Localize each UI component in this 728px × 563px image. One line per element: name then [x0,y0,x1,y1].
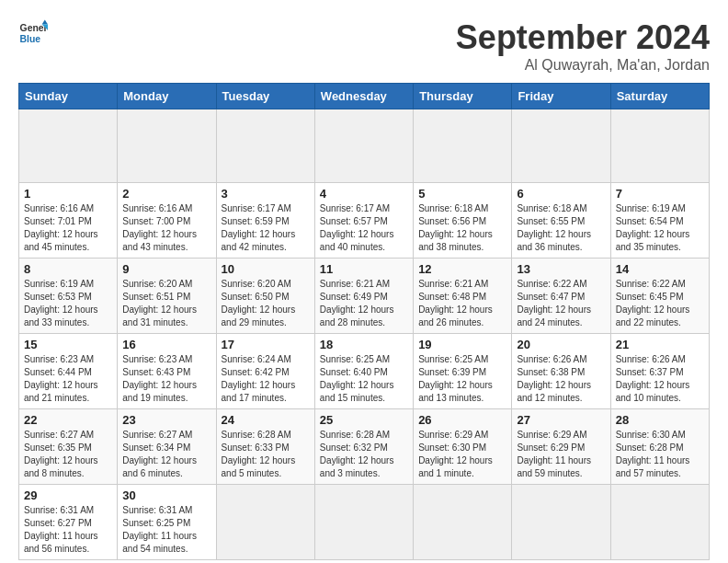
day-number: 28 [616,413,704,427]
day-number: 22 [24,413,112,427]
day-info: Sunrise: 6:27 AM Sunset: 6:34 PM Dayligh… [122,429,210,480]
month-title: September 2024 [456,18,710,57]
day-info: Sunrise: 6:21 AM Sunset: 6:49 PM Dayligh… [320,278,408,329]
calendar-cell [216,485,314,560]
week-row-3: 15Sunrise: 6:23 AM Sunset: 6:44 PM Dayli… [19,334,710,409]
calendar-cell [118,109,216,183]
day-number: 20 [517,338,605,351]
day-info: Sunrise: 6:27 AM Sunset: 6:35 PM Dayligh… [24,429,112,480]
day-info: Sunrise: 6:22 AM Sunset: 6:47 PM Dayligh… [517,278,605,329]
svg-text:Blue: Blue [20,34,41,44]
calendar-cell: 2Sunrise: 6:16 AM Sunset: 7:00 PM Daylig… [118,183,216,259]
day-info: Sunrise: 6:20 AM Sunset: 6:51 PM Dayligh… [122,278,210,329]
day-number: 14 [616,262,704,276]
calendar-cell: 8Sunrise: 6:19 AM Sunset: 6:53 PM Daylig… [19,259,118,334]
week-row-1: 1Sunrise: 6:16 AM Sunset: 7:01 PM Daylig… [19,183,710,259]
day-info: Sunrise: 6:17 AM Sunset: 6:57 PM Dayligh… [320,202,408,254]
day-number: 19 [418,338,506,351]
day-number: 15 [24,338,112,351]
calendar-cell: 4Sunrise: 6:17 AM Sunset: 6:57 PM Daylig… [314,183,413,259]
calendar-cell: 25Sunrise: 6:28 AM Sunset: 6:32 PM Dayli… [314,409,413,485]
day-number: 12 [418,262,506,276]
day-number: 9 [122,262,210,276]
day-number: 24 [222,413,310,427]
svg-marker-2 [42,20,48,25]
calendar-cell [216,109,314,183]
day-info: Sunrise: 6:19 AM Sunset: 6:54 PM Dayligh… [616,202,704,254]
calendar-cell: 17Sunrise: 6:24 AM Sunset: 6:42 PM Dayli… [216,334,314,409]
calendar-cell: 23Sunrise: 6:27 AM Sunset: 6:34 PM Dayli… [118,409,216,485]
logo: General Blue [18,18,48,48]
day-number: 21 [616,338,704,351]
day-info: Sunrise: 6:23 AM Sunset: 6:44 PM Dayligh… [24,353,112,405]
calendar-cell: 3Sunrise: 6:17 AM Sunset: 6:59 PM Daylig… [216,183,314,259]
day-header-sunday: Sunday [19,84,118,109]
calendar-cell [19,109,118,183]
day-number: 25 [320,413,408,427]
calendar-cell [314,485,413,560]
day-info: Sunrise: 6:22 AM Sunset: 6:45 PM Dayligh… [616,278,704,329]
day-number: 29 [24,488,112,502]
calendar-cell [512,109,610,183]
calendar-cell [414,485,512,560]
day-number: 4 [320,187,408,201]
day-info: Sunrise: 6:16 AM Sunset: 7:00 PM Dayligh… [122,202,210,254]
calendar-cell: 15Sunrise: 6:23 AM Sunset: 6:44 PM Dayli… [19,334,118,409]
calendar-cell: 29Sunrise: 6:31 AM Sunset: 6:27 PM Dayli… [19,485,118,560]
day-info: Sunrise: 6:18 AM Sunset: 6:55 PM Dayligh… [517,202,605,254]
day-number: 8 [24,262,112,276]
week-row-0 [19,109,710,183]
day-number: 23 [122,413,210,427]
day-number: 18 [320,338,408,351]
day-number: 1 [24,187,112,201]
calendar-cell [414,109,512,183]
calendar-cell [610,485,709,560]
day-header-monday: Monday [118,84,216,109]
calendar-cell: 6Sunrise: 6:18 AM Sunset: 6:55 PM Daylig… [512,183,610,259]
header-row: SundayMondayTuesdayWednesdayThursdayFrid… [19,84,710,109]
day-number: 10 [222,262,310,276]
day-info: Sunrise: 6:30 AM Sunset: 6:28 PM Dayligh… [616,429,704,480]
day-number: 13 [517,262,605,276]
calendar-cell: 18Sunrise: 6:25 AM Sunset: 6:40 PM Dayli… [314,334,413,409]
location: Al Quwayrah, Ma'an, Jordan [456,57,710,74]
calendar-cell: 9Sunrise: 6:20 AM Sunset: 6:51 PM Daylig… [118,259,216,334]
day-number: 30 [122,488,210,502]
day-info: Sunrise: 6:28 AM Sunset: 6:32 PM Dayligh… [320,429,408,480]
week-row-4: 22Sunrise: 6:27 AM Sunset: 6:35 PM Dayli… [19,409,710,485]
day-info: Sunrise: 6:23 AM Sunset: 6:43 PM Dayligh… [122,353,210,405]
day-number: 11 [320,262,408,276]
week-row-2: 8Sunrise: 6:19 AM Sunset: 6:53 PM Daylig… [19,259,710,334]
day-info: Sunrise: 6:25 AM Sunset: 6:40 PM Dayligh… [320,353,408,405]
day-header-tuesday: Tuesday [216,84,314,109]
day-info: Sunrise: 6:26 AM Sunset: 6:37 PM Dayligh… [616,353,704,405]
calendar-cell: 5Sunrise: 6:18 AM Sunset: 6:56 PM Daylig… [414,183,512,259]
day-number: 27 [517,413,605,427]
day-number: 2 [122,187,210,201]
day-header-saturday: Saturday [610,84,709,109]
calendar-cell: 26Sunrise: 6:29 AM Sunset: 6:30 PM Dayli… [414,409,512,485]
calendar-cell: 7Sunrise: 6:19 AM Sunset: 6:54 PM Daylig… [610,183,709,259]
calendar-cell: 10Sunrise: 6:20 AM Sunset: 6:50 PM Dayli… [216,259,314,334]
calendar-cell [314,109,413,183]
day-info: Sunrise: 6:28 AM Sunset: 6:33 PM Dayligh… [222,429,310,480]
day-info: Sunrise: 6:25 AM Sunset: 6:39 PM Dayligh… [418,353,506,405]
calendar-cell: 14Sunrise: 6:22 AM Sunset: 6:45 PM Dayli… [610,259,709,334]
calendar-cell: 27Sunrise: 6:29 AM Sunset: 6:29 PM Dayli… [512,409,610,485]
title-block: September 2024 Al Quwayrah, Ma'an, Jorda… [456,18,710,74]
calendar-cell [512,485,610,560]
calendar-cell: 24Sunrise: 6:28 AM Sunset: 6:33 PM Dayli… [216,409,314,485]
day-info: Sunrise: 6:20 AM Sunset: 6:50 PM Dayligh… [222,278,310,329]
day-number: 17 [222,338,310,351]
day-number: 16 [122,338,210,351]
day-header-wednesday: Wednesday [314,84,413,109]
day-info: Sunrise: 6:31 AM Sunset: 6:27 PM Dayligh… [24,504,112,556]
calendar-cell: 16Sunrise: 6:23 AM Sunset: 6:43 PM Dayli… [118,334,216,409]
calendar-table: SundayMondayTuesdayWednesdayThursdayFrid… [18,83,710,560]
calendar-cell: 12Sunrise: 6:21 AM Sunset: 6:48 PM Dayli… [414,259,512,334]
calendar-cell: 11Sunrise: 6:21 AM Sunset: 6:49 PM Dayli… [314,259,413,334]
day-header-friday: Friday [512,84,610,109]
day-info: Sunrise: 6:17 AM Sunset: 6:59 PM Dayligh… [222,202,310,254]
day-info: Sunrise: 6:29 AM Sunset: 6:30 PM Dayligh… [418,429,506,480]
day-number: 7 [616,187,704,201]
